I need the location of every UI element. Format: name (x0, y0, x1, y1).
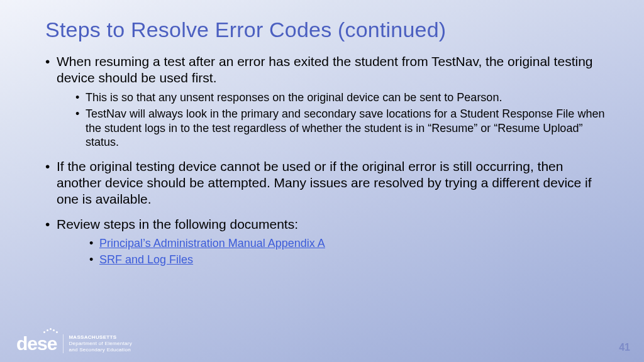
dese-logo: dese MASSACHUSETTS Department of Element… (16, 334, 132, 353)
link-list-item: SRF and Log Files (89, 252, 606, 267)
logo-mark: dese (16, 334, 57, 353)
logo-dots-icon (43, 329, 58, 331)
link-list-item: Principal’s Administration Manual Append… (89, 236, 606, 251)
logo-line-2: Department of Elementary (69, 341, 132, 347)
bullet-item: If the original testing device cannot be… (45, 158, 606, 208)
bullet-item: When resuming a test after an error has … (45, 53, 606, 150)
bullet-text: When resuming a test after an error has … (57, 54, 593, 85)
link-appendix-a[interactable]: Principal’s Administration Manual Append… (99, 237, 325, 250)
logo-line-3: and Secondary Education (69, 347, 132, 353)
sub-bullet-item: This is so that any unsent responses on … (75, 90, 606, 105)
bullet-item: Review steps in the following documents:… (45, 216, 606, 267)
slide: Steps to Resolve Error Codes (continued)… (0, 0, 644, 362)
sub-bullet-list: This is so that any unsent responses on … (57, 90, 606, 150)
logo-wordmark: dese (16, 333, 57, 354)
sub-bullet-item: TestNav will always look in the primary … (75, 107, 606, 150)
logo-text: MASSACHUSETTS Department of Elementary a… (63, 334, 132, 353)
slide-title: Steps to Resolve Error Codes (continued) (45, 18, 606, 42)
page-number: 41 (619, 342, 630, 353)
link-list: Principal’s Administration Manual Append… (57, 236, 606, 268)
bullet-list: When resuming a test after an error has … (45, 53, 606, 267)
link-srf-log-files[interactable]: SRF and Log Files (99, 253, 193, 266)
logo-line-1: MASSACHUSETTS (69, 334, 132, 341)
bullet-text: Review steps in the following documents: (57, 217, 298, 231)
